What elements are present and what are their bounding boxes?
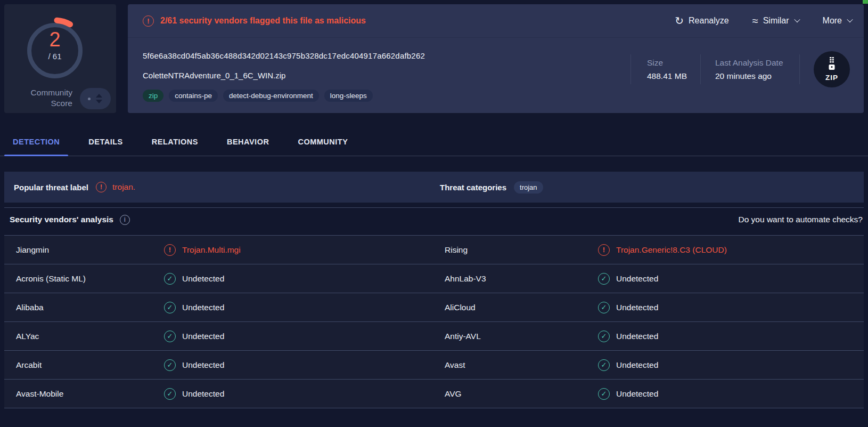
- detections-total: / 61: [23, 52, 87, 61]
- tab-details[interactable]: DETAILS: [80, 128, 131, 156]
- result-label: Undetected: [616, 303, 658, 312]
- table-row: Acronis (Static ML) ✓ Undetected AhnLab-…: [4, 264, 864, 293]
- success-icon: ✓: [164, 273, 176, 285]
- vote-down-icon[interactable]: [96, 100, 102, 103]
- vendor-name: ALYac: [16, 332, 164, 341]
- vendor-name: Avast: [439, 360, 595, 370]
- report-tabs: DETECTION DETAILS RELATIONS BEHAVIOR COM…: [0, 128, 868, 156]
- alert-message: 2/61 security vendors flagged this file …: [160, 16, 366, 26]
- detection-result: ✓ Undetected: [595, 331, 864, 342]
- table-row: ALYac ✓ Undetected Antiy-AVL ✓ Undetecte…: [4, 322, 864, 351]
- success-icon: ✓: [164, 359, 176, 371]
- zip-icon: [828, 57, 836, 73]
- file-type-badge: ZIP: [814, 51, 850, 87]
- more-button[interactable]: More: [823, 16, 852, 26]
- success-icon: ✓: [598, 302, 610, 313]
- chevron-down-icon: [847, 16, 853, 22]
- tab-behavior[interactable]: BEHAVIOR: [218, 128, 277, 156]
- tab-detection[interactable]: DETECTION: [4, 128, 68, 156]
- info-icon[interactable]: i: [120, 215, 130, 225]
- detection-result: ! Trojan.Multi.mgi: [164, 244, 439, 256]
- success-icon: ✓: [164, 331, 176, 342]
- table-row: Alibaba ✓ Undetected AliCloud ✓ Undetect…: [4, 293, 864, 322]
- detection-result: ✓ Undetected: [164, 302, 439, 313]
- vendor-name: AVG: [439, 389, 595, 399]
- table-row: Jiangmin ! Trojan.Multi.mgi Rising ! Tro…: [4, 236, 864, 264]
- automate-checks-link[interactable]: Do you want to automate checks?: [739, 215, 863, 224]
- community-score-card: 2 / 61 Community Score: [4, 4, 116, 113]
- success-icon: ✓: [164, 302, 176, 313]
- result-label: Undetected: [616, 389, 658, 399]
- tab-community[interactable]: COMMUNITY: [289, 128, 356, 156]
- divider: [799, 54, 800, 84]
- vendor-name: Acronis (Static ML): [16, 274, 164, 284]
- vote-dot-icon: [88, 98, 91, 100]
- alert-icon: !: [143, 15, 154, 27]
- vote-up-icon[interactable]: [96, 94, 102, 98]
- file-type-label: ZIP: [825, 74, 838, 82]
- refresh-icon: ↻: [675, 16, 684, 26]
- detection-result: ✓ Undetected: [595, 302, 864, 313]
- table-row: Avast-Mobile ✓ Undetected AVG ✓ Undetect…: [4, 380, 864, 408]
- result-label: Trojan.Multi.mgi: [182, 245, 241, 255]
- detection-result: ✓ Undetected: [595, 359, 864, 371]
- success-icon: ✓: [598, 388, 610, 400]
- detection-result: ✓ Undetected: [595, 273, 864, 285]
- result-label: Undetected: [182, 274, 224, 284]
- tab-relations[interactable]: RELATIONS: [143, 128, 207, 156]
- file-summary-card: ! 2/61 security vendors flagged this fil…: [128, 4, 864, 113]
- tag-detect-debug-environment[interactable]: detect-debug-environment: [223, 90, 319, 102]
- tag-list: zipcontains-pedetect-debug-environmentlo…: [143, 90, 864, 102]
- vendor-name: Avast-Mobile: [16, 389, 164, 399]
- similar-icon: ≈: [752, 16, 758, 26]
- detection-result: ✓ Undetected: [595, 388, 864, 400]
- reanalyze-button[interactable]: ↻ Reanalyze: [675, 16, 728, 26]
- detection-result: ✓ Undetected: [164, 388, 439, 400]
- success-icon: ✓: [164, 388, 176, 400]
- threat-category-pill: trojan: [514, 181, 543, 194]
- detection-result: ✓ Undetected: [164, 331, 439, 342]
- screen-artifact: [863, 0, 868, 4]
- vendor-name: Alibaba: [16, 303, 164, 312]
- table-row: Arcabit ✓ Undetected Avast ✓ Undetected: [4, 351, 864, 380]
- vendor-name: AliCloud: [439, 303, 595, 312]
- tag-long-sleeps[interactable]: long-sleeps: [324, 90, 373, 102]
- result-label: Undetected: [616, 332, 658, 341]
- file-size: Size 488.41 MB: [631, 58, 700, 81]
- success-icon: ✓: [598, 359, 610, 371]
- vendors-analysis-header: Security vendors' analysis i Do you want…: [4, 208, 864, 231]
- result-label: Undetected: [182, 332, 224, 341]
- detection-alert-bar: ! 2/61 security vendors flagged this fil…: [128, 4, 864, 38]
- alert-icon: !: [96, 182, 107, 192]
- chevron-down-icon: [794, 16, 800, 22]
- result-label: Undetected: [616, 360, 658, 370]
- popular-threat-value: trojan.: [112, 182, 135, 192]
- popular-threat-label: Popular threat label: [14, 183, 88, 192]
- vendor-name: Rising: [439, 245, 595, 255]
- detections-table: Jiangmin ! Trojan.Multi.mgi Rising ! Tro…: [4, 235, 864, 408]
- result-label: Undetected: [182, 389, 224, 399]
- tag-contains-pe[interactable]: contains-pe: [169, 90, 218, 102]
- result-label: Trojan.Generic!8.C3 (CLOUD): [616, 245, 727, 255]
- detection-result: ✓ Undetected: [164, 359, 439, 371]
- detections-count: 2: [23, 29, 87, 50]
- result-label: Undetected: [182, 360, 224, 370]
- threat-categories-label: Threat categories: [440, 183, 506, 192]
- threat-summary-band: Popular threat label ! trojan. Threat ca…: [4, 172, 864, 203]
- detection-result: ✓ Undetected: [164, 273, 439, 285]
- malicious-icon: !: [164, 244, 176, 256]
- vendor-name: Jiangmin: [16, 245, 164, 255]
- tag-zip[interactable]: zip: [143, 90, 163, 102]
- result-label: Undetected: [182, 303, 224, 312]
- community-vote-widget[interactable]: [80, 88, 111, 109]
- success-icon: ✓: [598, 331, 610, 342]
- vendors-analysis-title: Security vendors' analysis: [10, 215, 113, 224]
- vendor-name: Arcabit: [16, 360, 164, 370]
- community-score-label: Community Score: [13, 87, 72, 109]
- vendor-name: AhnLab-V3: [439, 274, 595, 284]
- similar-button[interactable]: ≈ Similar: [752, 16, 799, 26]
- success-icon: ✓: [598, 273, 610, 285]
- result-label: Undetected: [616, 274, 658, 284]
- vendor-name: Antiy-AVL: [439, 332, 595, 341]
- threat-category-list: trojan: [506, 182, 543, 192]
